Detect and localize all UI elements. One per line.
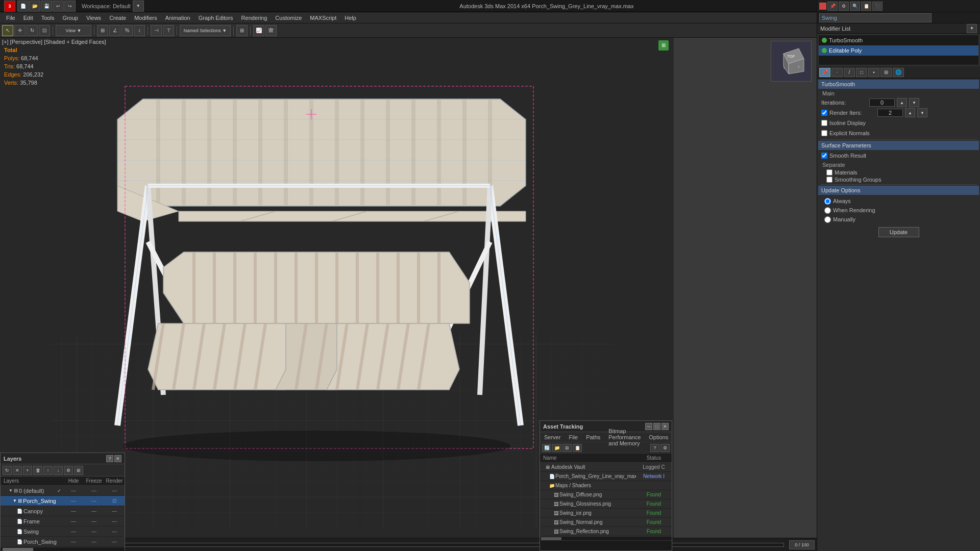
asset-row-main[interactable]: 📄 Porch_Swing_Grey_Line_vray_max.max Net… [540,472,672,481]
asset-row-glossiness[interactable]: 🖼 Swing_Glossiness.png Found [540,499,672,509]
asset-row-maps[interactable]: 📁 Maps / Shaders [540,481,672,490]
timeline[interactable] [71,543,784,547]
modifier-list-dropdown[interactable]: ▼ [967,24,977,33]
layer-freeze-col4[interactable]: — [84,518,104,524]
asset-btn2[interactable]: 📁 [552,444,561,452]
workspace-dropdown[interactable]: ▼ [133,1,144,12]
layer-render-col2[interactable]: ⊡ [104,498,125,504]
ts-isoline-check[interactable] [821,120,827,126]
menu-group[interactable]: Group [58,14,82,22]
ts-iterations-up[interactable]: ▲ [897,98,907,107]
menu-create[interactable]: Create [105,14,130,22]
ts-materials-check[interactable] [826,169,832,176]
modifier-turbosmooth[interactable]: TurboSmooth [819,35,978,45]
ts-render-iters-input[interactable] [877,109,903,117]
layer-row-swing[interactable]: 📄 Swing — — — [1,527,125,537]
ts-always-radio[interactable] [824,198,831,205]
surface-params-header[interactable]: Surface Parameters [818,141,979,150]
layers-scrollbar[interactable] [1,547,125,551]
ts-smooth-result-check[interactable] [821,153,827,159]
undo-btn[interactable]: ↩ [53,1,64,12]
mod-poly-btn[interactable]: ▪ [868,68,879,77]
layer-hide-col3[interactable]: — [63,508,84,514]
menu-views[interactable]: Views [82,14,105,22]
select-btn[interactable]: ↖ [2,25,13,36]
scale-btn[interactable]: ⊡ [39,25,50,36]
layer-row-porch-swing2[interactable]: 📄 Porch_Swing — — — [1,537,125,547]
layers-settings-btn[interactable]: ⚙ [64,466,73,475]
ts-manually-radio[interactable] [824,216,831,223]
mod-pin-btn[interactable]: 📌 [819,68,830,77]
asset-maximize-btn[interactable]: □ [653,423,660,430]
layer-render-col5[interactable]: — [104,529,125,534]
menu-rendering[interactable]: Rendering [237,14,272,22]
schematic-btn[interactable]: 🕸 [265,25,277,36]
rp-btn3[interactable]: 📋 [861,2,871,11]
layer-freeze-col5[interactable]: — [84,529,104,534]
mod-border-btn[interactable]: □ [856,68,867,77]
asset-close-btn[interactable]: ✕ [662,423,669,430]
asset-row-reflection[interactable]: 🖼 Swing_Reflection.png Found [540,527,672,536]
percent-snap-btn[interactable]: % [121,25,133,36]
menu-help[interactable]: Help [340,14,360,22]
angle-snap-btn[interactable]: ∠ [109,25,120,36]
layer-hide-col5[interactable]: — [63,529,84,534]
menu-tools[interactable]: Tools [37,14,59,22]
layers-move-up-btn[interactable]: ↑ [43,466,53,475]
asset-row-vault[interactable]: 🏛 Autodesk Vault Logged C [540,463,672,472]
mod-vertex-btn[interactable]: · [831,68,843,77]
asset-menu-server[interactable]: Server [540,432,565,442]
asset-help-btn[interactable]: ? [650,444,659,452]
asset-btn4[interactable]: 📋 [573,444,582,452]
layers-move-down-btn[interactable]: ↓ [54,466,63,475]
layer-hide-col[interactable]: — [63,488,84,493]
asset-menu-bitmap[interactable]: Bitmap Performance and Memory [604,432,645,442]
update-options-header[interactable]: Update Options [818,186,979,195]
spinner-snap-btn[interactable]: ↕ [134,25,145,36]
new-btn[interactable]: 📄 [17,1,29,12]
asset-path-input[interactable] [540,541,672,550]
layers-del-btn[interactable]: 🗑 [33,466,42,475]
ts-iterations-input[interactable] [869,98,895,107]
layer-render-col[interactable]: — [104,488,125,493]
layer-render-col4[interactable]: — [104,518,125,524]
save-btn[interactable]: 💾 [41,1,52,12]
layer-row-frame[interactable]: 📄 Frame — — — [1,516,125,527]
layer-render-col3[interactable]: — [104,508,125,514]
modifier-editable-poly[interactable]: Editable Poly [819,45,978,56]
asset-menu-file[interactable]: File [565,432,582,442]
layer-row-porch-swing[interactable]: ▼ ⊞ Porch_Swing — — ⊡ [1,496,125,506]
menu-maxscript[interactable]: MAXScript [306,14,340,22]
menu-modifiers[interactable]: Modifiers [130,14,161,22]
ts-when-rendering-radio[interactable] [824,207,831,214]
asset-btn1[interactable]: 🔄 [542,444,551,452]
layer-row-0[interactable]: ▼ ⊞ 0 (default) ✓ — — — [1,486,125,496]
named-select-btn[interactable]: Named Selections ▼ [180,25,231,36]
menu-file[interactable]: File [2,14,19,22]
menu-graph-editors[interactable]: Graph Editors [194,14,237,22]
asset-menu-paths[interactable]: Paths [582,432,604,442]
layer-row-canopy[interactable]: 📄 Canopy — — — [1,506,125,516]
mod-element-btn[interactable]: ⊞ [880,68,892,77]
object-name-input[interactable] [819,13,932,22]
mirror-btn[interactable]: ⊣ [151,25,162,36]
rp-btn2[interactable]: 🔍 [850,2,860,11]
layer-freeze-col2[interactable]: — [84,498,104,504]
layer-freeze-col[interactable]: — [84,488,104,493]
turbosmooth-header[interactable]: TurboSmooth [818,80,979,89]
rp-btn4[interactable]: ⬛ [872,2,883,11]
layer-mgr-btn[interactable]: ⊞ [236,25,248,36]
ts-render-down[interactable]: ▼ [917,108,927,117]
layer-hide-col6[interactable]: — [63,539,84,544]
layers-group-btn[interactable]: ⊞ [74,466,83,475]
asset-row-diffuse[interactable]: 🖼 Swing_Diffuse.png Found [540,490,672,499]
asset-scrollbar[interactable] [540,536,672,540]
snaps-btn[interactable]: ⊞ [97,25,108,36]
rotate-btn[interactable]: ↻ [27,25,38,36]
layer-hide-col4[interactable]: — [63,518,84,524]
layer-freeze-col6[interactable]: — [84,539,104,544]
ts-render-iters-check[interactable] [821,110,827,116]
asset-row-normal[interactable]: 🖼 Swing_Normal.png Found [540,518,672,527]
asset-menu-options[interactable]: Options [645,432,672,442]
layers-close-all-btn[interactable]: ✕ [13,466,22,475]
